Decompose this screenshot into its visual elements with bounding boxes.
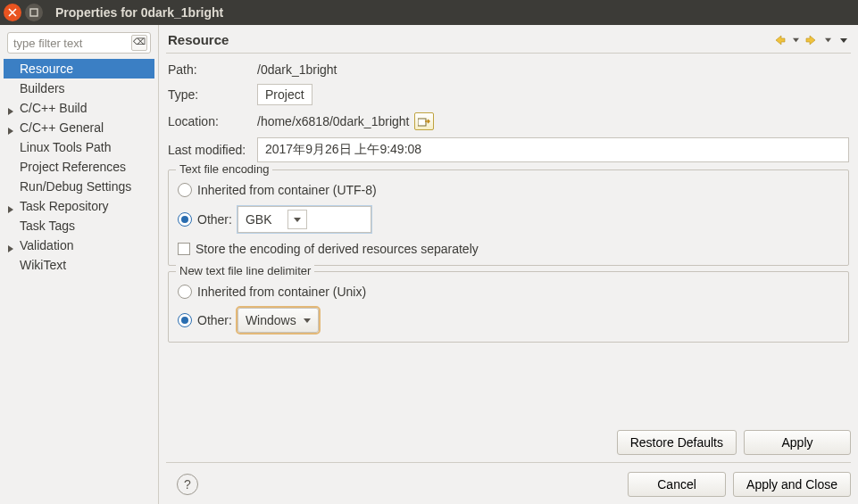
- type-value: Project: [257, 84, 312, 105]
- view-menu-icon[interactable]: [837, 33, 851, 47]
- sidebar-item-label: Validation: [20, 238, 73, 252]
- store-encoding-label: Store the encoding of derived resources …: [196, 242, 479, 256]
- close-icon[interactable]: [4, 4, 21, 21]
- store-encoding-checkbox[interactable]: [178, 243, 190, 255]
- sidebar-item-c-c-build[interactable]: C/C++ Build: [4, 98, 154, 118]
- sidebar-item-wikitext[interactable]: WikiText: [4, 255, 154, 275]
- encoding-group: Text file encoding Inherited from contai…: [168, 169, 849, 266]
- maximize-icon[interactable]: [25, 4, 43, 21]
- delimiter-combo-value: Windows: [246, 313, 296, 327]
- encoding-other-radio[interactable]: [178, 212, 192, 227]
- location-label: Location:: [168, 114, 257, 128]
- expand-icon[interactable]: [7, 121, 16, 130]
- delimiter-combo[interactable]: Windows: [237, 308, 319, 333]
- apply-button[interactable]: Apply: [744, 430, 851, 455]
- sidebar-item-label: Task Repository: [20, 199, 109, 213]
- page-title: Resource: [168, 32, 772, 47]
- delimiter-group: New text file line delimiter Inherited f…: [168, 271, 849, 343]
- titlebar: Properties for 0dark_1bright: [0, 0, 858, 25]
- location-value: /home/x6818/0dark_1bright: [257, 114, 409, 128]
- delimiter-inherited-label: Inherited from container (Unix): [197, 285, 366, 299]
- sidebar-item-label: C/C++ Build: [20, 101, 87, 115]
- sidebar-item-label: Builders: [20, 81, 65, 95]
- back-icon[interactable]: [772, 33, 787, 47]
- expand-icon[interactable]: [7, 102, 16, 111]
- type-label: Type:: [168, 87, 257, 102]
- sidebar-item-project-references[interactable]: Project References: [4, 157, 154, 177]
- chevron-down-icon: [304, 317, 311, 324]
- back-menu-icon[interactable]: [788, 33, 803, 47]
- last-modified-label: Last modified:: [168, 143, 257, 157]
- sidebar-item-run-debug-settings[interactable]: Run/Debug Settings: [4, 177, 154, 196]
- filter-input[interactable]: [7, 32, 151, 54]
- delimiter-other-radio[interactable]: [178, 313, 192, 327]
- help-icon[interactable]: ?: [177, 474, 198, 495]
- forward-menu-icon[interactable]: [821, 33, 835, 47]
- sidebar-item-label: Project References: [20, 160, 126, 174]
- sidebar-item-resource[interactable]: Resource: [4, 59, 154, 78]
- apply-and-close-button[interactable]: Apply and Close: [733, 472, 851, 497]
- forward-icon[interactable]: [804, 33, 819, 47]
- sidebar-item-label: WikiText: [20, 258, 66, 272]
- last-modified-value: 2017年9月26日 上午9:49:08: [257, 137, 849, 162]
- delimiter-other-label: Other:: [197, 313, 232, 327]
- restore-defaults-button[interactable]: Restore Defaults: [617, 430, 737, 455]
- sidebar-item-label: Resource: [20, 62, 73, 76]
- window-title: Properties for 0dark_1bright: [55, 5, 223, 20]
- expand-icon[interactable]: [7, 239, 16, 248]
- delimiter-inherited-radio[interactable]: [178, 285, 192, 299]
- sidebar-item-label: Linux Tools Path: [20, 140, 111, 154]
- sidebar-item-builders[interactable]: Builders: [4, 78, 154, 98]
- cancel-button[interactable]: Cancel: [628, 472, 726, 497]
- sidebar-item-validation[interactable]: Validation: [4, 235, 154, 255]
- path-value: /0dark_1bright: [257, 62, 337, 77]
- sidebar-item-task-repository[interactable]: Task Repository: [4, 196, 154, 216]
- clear-filter-icon[interactable]: ⌫: [131, 35, 147, 51]
- main-panel: Resource Path: /0dark_1bright Type: Proj…: [159, 25, 858, 504]
- header-nav: [772, 33, 851, 47]
- sidebar-item-label: C/C++ General: [20, 120, 104, 135]
- svg-rect-1: [418, 119, 426, 126]
- sidebar-item-task-tags[interactable]: Task Tags: [4, 216, 154, 235]
- nav-tree: ResourceBuildersC/C++ BuildC/C++ General…: [4, 59, 154, 275]
- sidebar-item-label: Run/Debug Settings: [20, 179, 131, 194]
- chevron-down-icon: [287, 210, 307, 229]
- path-label: Path:: [168, 62, 257, 77]
- sidebar-item-linux-tools-path[interactable]: Linux Tools Path: [4, 137, 154, 157]
- sidebar-item-c-c-general[interactable]: C/C++ General: [4, 118, 154, 137]
- show-in-explorer-icon[interactable]: [414, 112, 434, 130]
- sidebar: ⌫ ResourceBuildersC/C++ BuildC/C++ Gener…: [0, 25, 159, 504]
- sidebar-item-label: Task Tags: [20, 219, 75, 233]
- encoding-inherited-label: Inherited from container (UTF-8): [197, 183, 377, 197]
- encoding-combo-value: GBK: [246, 212, 272, 227]
- delimiter-legend: New text file line delimiter: [176, 264, 314, 277]
- encoding-legend: Text file encoding: [176, 162, 272, 176]
- encoding-inherited-radio[interactable]: [178, 183, 192, 197]
- svg-rect-0: [30, 9, 37, 16]
- encoding-combo[interactable]: GBK: [237, 206, 371, 233]
- encoding-other-label: Other:: [197, 212, 232, 227]
- expand-icon[interactable]: [7, 200, 16, 209]
